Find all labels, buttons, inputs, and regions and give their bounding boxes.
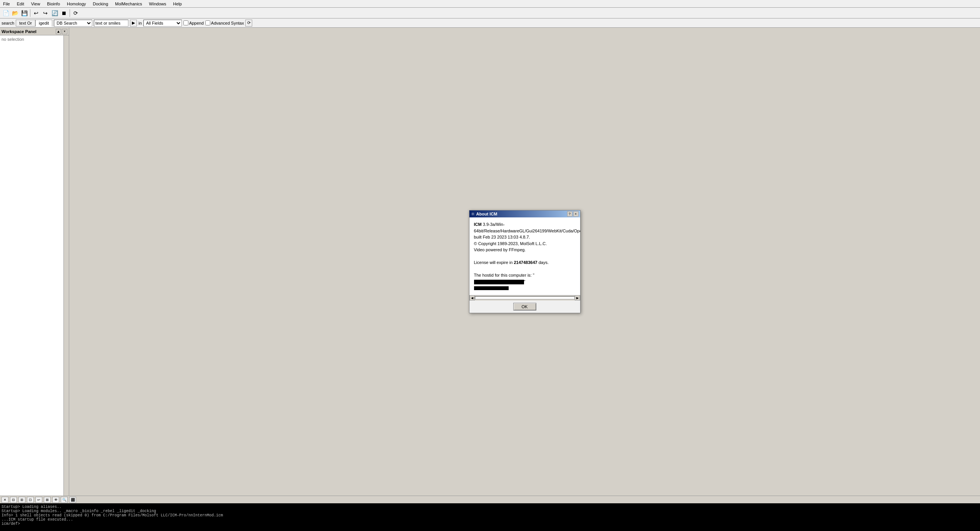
dialog-scrollbar-track[interactable] (475, 296, 575, 299)
console-btn-4[interactable]: ⊡ (27, 497, 34, 503)
panel-content: no selection (0, 35, 63, 496)
console-btn-1[interactable]: ✕ (2, 497, 8, 503)
search-fields-dropdown[interactable]: All Fields (143, 20, 182, 27)
no-selection-label: no selection (2, 37, 24, 42)
hostid-redacted-2 (474, 286, 509, 290)
search-go-button[interactable]: ▶ (130, 20, 137, 27)
append-checkbox-label[interactable]: Append (183, 20, 204, 25)
version-text: 3.9-3a/Win-64bit/Release/HardwareGL/Gui2… (474, 222, 580, 233)
console-line-2: Startup> Loading modules.. _macro _bioin… (2, 509, 978, 513)
dialog-help-button[interactable]: ? (567, 211, 572, 217)
license-text: License will expire in 2147483647 days. (474, 259, 576, 266)
console-btn-5[interactable]: ↩ (35, 497, 42, 503)
dialog-overlay: ⚛ About ICM ? × ICM 3.9-3a/Win-64bit/Rel… (69, 28, 980, 496)
panel-header-icons: ▲ × (56, 29, 67, 34)
menu-bar: File Edit View Bioinfo Homology Docking … (0, 0, 980, 8)
dialog-app-icon: ⚛ (471, 212, 475, 217)
hostid-redacted-1 (474, 280, 524, 284)
panel-scrollbar[interactable] (63, 35, 69, 496)
dialog-scroll-right-button[interactable]: ▶ (575, 295, 580, 301)
console-area: Startup> Loading aliases.. Startup> Load… (0, 503, 980, 531)
copyright-text: © Copyright 1989-2023, MolSoft L.L.C. (474, 240, 576, 247)
console-line-3: Info> 1 shell objects read (skipped 0) f… (2, 513, 978, 518)
dialog-titlebar[interactable]: ⚛ About ICM ? × (469, 210, 580, 217)
open-button[interactable]: 📂 (11, 9, 19, 17)
refresh-button[interactable]: 🔄 (50, 9, 59, 17)
console-btn-3[interactable]: ⊞ (18, 497, 25, 503)
new-button[interactable]: 📄 (2, 9, 10, 17)
append-checkbox[interactable] (183, 20, 188, 25)
console-btn-7[interactable]: 👁 (52, 497, 59, 503)
dialog-body: ICM 3.9-3a/Win-64bit/Release/HardwareGL/… (469, 217, 580, 295)
icm-label: ICM (474, 222, 482, 227)
save-button[interactable]: 💾 (20, 9, 28, 17)
console-btn-9[interactable]: ⬛ (69, 497, 76, 503)
search-bar: search text Or igedit DB Search ▶ in All… (0, 18, 980, 28)
menu-molmechanics[interactable]: MolMechanics (113, 1, 143, 7)
stop-button[interactable]: ⏹ (60, 9, 68, 17)
panel-close-button[interactable]: × (62, 29, 67, 34)
main-area: ⚛ About ICM ? × ICM 3.9-3a/Win-64bit/Rel… (69, 28, 980, 496)
toolbar: 📄 📂 💾 ↩ ↪ 🔄 ⏹ ⟳ (0, 8, 980, 18)
advanced-syntax-checkbox-label[interactable]: Advanced Syntax (205, 20, 244, 25)
menu-help[interactable]: Help (171, 1, 183, 7)
undo-button[interactable]: ↩ (32, 9, 40, 17)
search-refresh-button[interactable]: ⟳ (245, 20, 252, 27)
console-line-5: icm/def> (2, 522, 978, 526)
console-line-4: ...ICM startup file executed... (2, 518, 978, 522)
toolbar-separator-1 (30, 9, 30, 17)
rotate-button[interactable]: ⟳ (72, 9, 80, 17)
license-days: 2147483647 (514, 260, 537, 265)
toolbar-separator-2 (70, 9, 70, 17)
menu-docking[interactable]: Docking (92, 1, 110, 7)
about-dialog: ⚛ About ICM ? × ICM 3.9-3a/Win-64bit/Rel… (469, 210, 581, 313)
redo-button[interactable]: ↪ (41, 9, 50, 17)
dialog-scroll-left-button[interactable]: ◀ (469, 295, 475, 301)
menu-edit[interactable]: Edit (15, 1, 26, 7)
panel-header: Workspace Panel ▲ × (0, 28, 69, 35)
dialog-close-button[interactable]: × (573, 211, 579, 217)
workspace-panel: Workspace Panel ▲ × no selection (0, 28, 69, 496)
console-line-1: Startup> Loading aliases.. (2, 505, 978, 509)
menu-view[interactable]: View (30, 1, 42, 7)
menu-windows[interactable]: Windows (148, 1, 168, 7)
menu-bioinfo[interactable]: Bioinfo (45, 1, 62, 7)
dialog-scrollbar-area: ◀ ▶ (469, 295, 580, 301)
dialog-title-buttons: ? × (567, 211, 579, 217)
dialog-title-text: About ICM (476, 212, 497, 216)
db-search-dropdown[interactable]: DB Search (54, 20, 92, 27)
panel-expand-button[interactable]: ▲ (56, 29, 61, 34)
search-tabs: text Or igedit (16, 20, 52, 27)
advanced-syntax-checkbox[interactable] (205, 20, 210, 25)
hostid-text: The hostid for this computer is: "" (474, 272, 576, 285)
build-text: built Feb 23 2023 13:03 4.8.7. (474, 234, 576, 240)
tab-text-or[interactable]: text Or (16, 20, 35, 27)
console-btn-8[interactable]: 🔍 (61, 497, 68, 503)
menu-homology[interactable]: Homology (65, 1, 88, 7)
dialog-title-left: ⚛ About ICM (471, 212, 497, 217)
panel-title: Workspace Panel (2, 29, 37, 34)
menu-file[interactable]: File (2, 1, 12, 7)
dialog-ok-button[interactable]: OK (513, 303, 536, 311)
console-bottom-bar: ✕ ⊟ ⊞ ⊡ ↩ ⊠ 👁 🔍 ⬛ (0, 496, 980, 503)
video-text: Video powered by FFmpeg. (474, 247, 576, 253)
search-text-input[interactable] (94, 20, 128, 27)
tab-igedit[interactable]: igedit (35, 20, 52, 27)
dialog-footer: OK (469, 301, 580, 313)
search-label: search (2, 21, 14, 25)
console-btn-6[interactable]: ⊠ (44, 497, 51, 503)
console-btn-2[interactable]: ⊟ (10, 497, 17, 503)
search-in-label: in (138, 21, 142, 25)
